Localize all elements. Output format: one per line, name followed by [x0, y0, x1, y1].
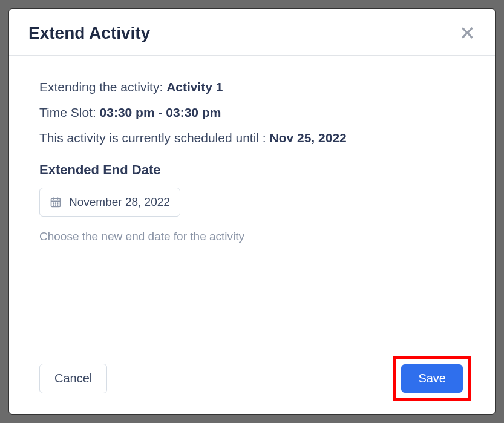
scheduled-line: This activity is currently scheduled unt…: [39, 131, 465, 145]
save-button[interactable]: Save: [401, 364, 463, 393]
activity-name: Activity 1: [166, 80, 223, 94]
timeslot-value: 03:30 pm - 03:30 pm: [100, 105, 221, 119]
timeslot-prefix: Time Slot:: [39, 105, 100, 119]
close-icon[interactable]: ✕: [459, 24, 476, 43]
svg-point-8: [56, 205, 56, 205]
extend-activity-modal: Extend Activity ✕ Extending the activity…: [8, 8, 496, 415]
calendar-icon: [50, 196, 62, 208]
scheduled-prefix: This activity is currently scheduled unt…: [39, 131, 269, 145]
modal-footer: Cancel Save: [9, 343, 495, 414]
extended-end-date-label: Extended End Date: [39, 162, 465, 178]
svg-point-4: [53, 203, 54, 203]
date-value: November 28, 2022: [69, 195, 170, 209]
save-button-highlight: Save: [393, 356, 471, 401]
svg-point-6: [57, 203, 58, 203]
svg-point-7: [53, 205, 54, 205]
svg-point-9: [57, 205, 58, 205]
svg-point-5: [56, 203, 56, 203]
cancel-button[interactable]: Cancel: [39, 364, 107, 393]
timeslot-line: Time Slot: 03:30 pm - 03:30 pm: [39, 105, 465, 120]
helper-text: Choose the new end date for the activity: [39, 230, 465, 243]
modal-title: Extend Activity: [28, 24, 150, 43]
extending-line: Extending the activity: Activity 1: [39, 80, 465, 94]
extending-prefix: Extending the activity:: [39, 80, 166, 94]
scheduled-date: Nov 25, 2022: [269, 131, 346, 145]
modal-body: Extending the activity: Activity 1 Time …: [9, 56, 495, 343]
modal-header: Extend Activity ✕: [9, 9, 495, 56]
date-picker[interactable]: November 28, 2022: [39, 188, 180, 217]
